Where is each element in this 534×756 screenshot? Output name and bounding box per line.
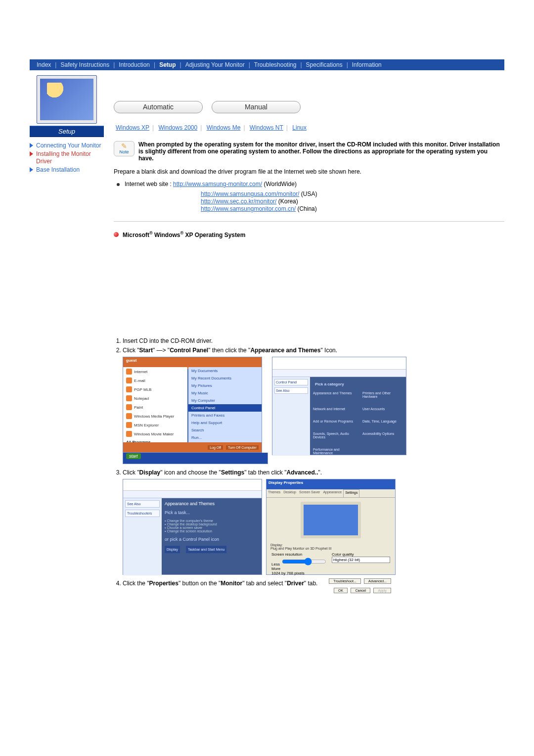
tab-manual[interactable]: Manual <box>212 101 301 113</box>
top-nav: Index| Safety Instructions| Introduction… <box>30 59 504 70</box>
os-link-me[interactable]: Windows Me <box>207 124 241 131</box>
note-icon: Note <box>114 141 134 156</box>
nav-adjust[interactable]: Adjusting Your Monitor <box>181 61 249 68</box>
nav-index[interactable]: Index <box>33 61 55 68</box>
sidebar-item-installing[interactable]: Installing the Monitor Driver <box>30 150 104 166</box>
site-link-korea[interactable]: http://www.sec.co.kr/monitor/ <box>201 198 276 205</box>
os-link-nt[interactable]: Windows NT <box>250 124 283 131</box>
tab-automatic[interactable]: Automatic <box>114 101 203 113</box>
step-3: Click "Display" icon and choose the "Set… <box>123 469 504 575</box>
site-link-worldwide[interactable]: http://www.samsung-monitor.com/ <box>173 181 262 188</box>
screenshot-display-properties: Display Properties Themes Desktop Screen… <box>266 479 396 575</box>
step-1: Insert CD into the CD-ROM driver. <box>123 337 504 344</box>
red-dot-icon <box>114 232 119 237</box>
triangle-icon <box>30 167 33 172</box>
site-sublinks: http://www.samsungusa.com/monitor/ (USA)… <box>201 190 504 212</box>
nav-intro[interactable]: Introduction <box>115 61 154 68</box>
note-block: Note When prompted by the operating syst… <box>114 141 504 162</box>
sidebar-item-connecting[interactable]: Connecting Your Monitor <box>30 142 104 150</box>
nav-setup[interactable]: Setup <box>155 61 179 68</box>
sidebar: Setup Connecting Your Monitor Installing… <box>30 73 109 589</box>
site-region: (WorldWide) <box>262 181 297 188</box>
os-link-xp[interactable]: Windows XP <box>116 124 149 131</box>
nav-trouble[interactable]: Troubleshooting <box>250 61 301 68</box>
site-region: (Korea) <box>276 198 298 205</box>
os-link-2000[interactable]: Windows 2000 <box>159 124 198 131</box>
screenshot-appearance-themes: See Also Troubleshooters Appearance and … <box>123 479 262 575</box>
step-2: Click "Start" —> "Control Panel" then cl… <box>123 347 504 464</box>
os-heading: Microsoft® Windows® XP Operating System <box>114 231 504 238</box>
note-text: When prompted by the operating system fo… <box>138 141 504 162</box>
site-link-usa[interactable]: http://www.samsungusa.com/monitor/ <box>201 190 299 197</box>
internet-site-row: Internet web site : http://www.samsung-m… <box>114 181 504 188</box>
divider <box>114 221 504 222</box>
site-region: (USA) <box>299 190 317 197</box>
main-content: Automatic Manual Windows XP| Windows 200… <box>109 73 504 589</box>
nav-info[interactable]: Information <box>348 61 386 68</box>
site-link-china[interactable]: http://www.samsungmonitor.com.cn/ <box>201 205 296 212</box>
os-heading-text: Microsoft® Windows® XP Operating System <box>123 231 245 238</box>
setup-heading: Setup <box>30 126 104 137</box>
sidebar-item-label: Installing the Monitor Driver <box>36 150 104 166</box>
mode-tabs: Automatic Manual <box>114 101 504 113</box>
nav-safety[interactable]: Safety Instructions <box>56 61 113 68</box>
sidebar-item-label: Connecting Your Monitor <box>36 142 101 150</box>
prepare-text: Prepare a blank disk and download the dr… <box>114 168 504 176</box>
monitor-thumbnail <box>37 75 97 124</box>
site-region: (China) <box>296 205 317 212</box>
os-links: Windows XP| Windows 2000| Windows Me| Wi… <box>114 124 504 131</box>
site-lead-label: Internet web site : <box>125 181 173 188</box>
install-steps: Insert CD into the CD-ROM driver. Click … <box>123 337 504 587</box>
os-link-linux[interactable]: Linux <box>292 124 307 131</box>
triangle-icon <box>30 143 33 148</box>
bullet-icon <box>117 183 120 186</box>
screenshot-control-panel: Control Panel See Also Pick a category A… <box>272 357 406 455</box>
site-lead: Internet web site : http://www.samsung-m… <box>125 181 297 188</box>
step-4: Click the "Properties" button on the "Mo… <box>123 580 504 587</box>
triangle-icon <box>30 151 33 156</box>
screenshot-start-menu: guest Internet E-mail PGP MLB Notepad Pa… <box>123 357 262 453</box>
taskbar-start: start <box>123 453 268 464</box>
resolution-slider <box>282 558 326 566</box>
sidebar-item-label: Base Installation <box>36 166 80 174</box>
nav-specs[interactable]: Specifications <box>302 61 347 68</box>
sidebar-item-base[interactable]: Base Installation <box>30 166 104 174</box>
